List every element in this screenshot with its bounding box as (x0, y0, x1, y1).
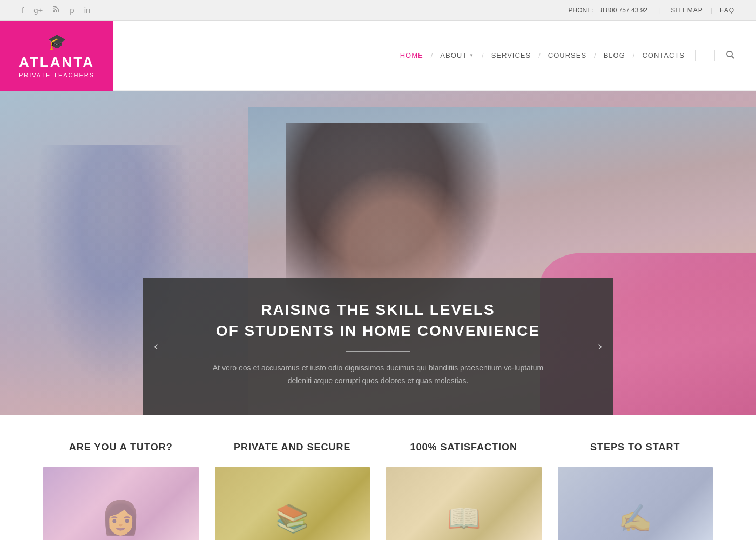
hero-overlay: ‹ RAISING THE SKILL LEVELS OF STUDENTS I… (0, 278, 756, 415)
feature-private-title: PRIVATE AND SECURE (215, 442, 370, 453)
logo[interactable]: 🎓 ATLANTA PRIVATE TEACHERS (0, 21, 113, 91)
top-divider: | (658, 6, 660, 14)
feature-steps: STEPS TO START (558, 442, 713, 540)
top-right: PHONE: + 8 800 757 43 92 | SITEMAP | FAQ (569, 6, 734, 14)
header: 🎓 ATLANTA PRIVATE TEACHERS HOME / ABOUT … (0, 21, 756, 91)
hero-prev-button[interactable]: ‹ (148, 339, 164, 354)
features-grid: ARE YOU A TUTOR? PRIVATE AND SECURE 100%… (43, 442, 713, 540)
feature-tutor-image (43, 467, 199, 540)
nav-contacts[interactable]: CONTACTS (640, 51, 687, 59)
hero-description: At vero eos et accusamus et iusto odio d… (211, 362, 545, 388)
feature-satisfaction-title: 100% SATISFACTION (386, 442, 542, 453)
feature-steps-title: STEPS TO START (558, 442, 713, 453)
feature-satisfaction-image (386, 467, 542, 540)
nav-home[interactable]: HOME (398, 51, 426, 59)
googleplus-icon[interactable]: g+ (33, 5, 43, 15)
hero-card: ‹ RAISING THE SKILL LEVELS OF STUDENTS I… (143, 278, 613, 415)
search-icon[interactable] (714, 50, 734, 61)
top-links: SITEMAP | FAQ (671, 6, 734, 14)
top-divider2: | (711, 6, 712, 14)
hero-title: RAISING THE SKILL LEVELS OF STUDENTS IN … (176, 299, 580, 341)
nav-about[interactable]: ABOUT ▼ (438, 51, 476, 59)
phone-number: PHONE: + 8 800 757 43 92 (569, 6, 647, 14)
faq-link[interactable]: FAQ (720, 6, 734, 14)
hero-title-line1: RAISING THE SKILL LEVELS (176, 299, 580, 320)
feature-steps-image (558, 467, 713, 540)
about-dropdown-arrow: ▼ (469, 53, 474, 58)
linkedin-icon[interactable]: in (84, 5, 91, 15)
hero-section: ‹ RAISING THE SKILL LEVELS OF STUDENTS I… (0, 91, 756, 415)
nav-courses[interactable]: COURSES (546, 51, 589, 59)
social-icons: f g+ p in (22, 5, 90, 15)
rss-icon[interactable] (52, 5, 60, 15)
hero-divider (346, 351, 410, 352)
hero-title-line2: OF STUDENTS IN HOME CONVENIENCE (176, 320, 580, 341)
logo-title: ATLANTA (19, 54, 94, 71)
features-section: ARE YOU A TUTOR? PRIVATE AND SECURE 100%… (0, 415, 756, 540)
logo-subtitle: PRIVATE TEACHERS (19, 72, 94, 78)
top-bar: f g+ p in PHONE: + 8 800 757 43 92 | SIT… (0, 0, 756, 21)
nav-blog[interactable]: BLOG (602, 51, 627, 59)
main-nav: HOME / ABOUT ▼ / SERVICES / COURSES / BL… (398, 50, 734, 61)
svg-line-2 (732, 56, 734, 58)
facebook-icon[interactable]: f (22, 5, 24, 15)
logo-icon: 🎓 (48, 33, 66, 51)
hero-next-button[interactable]: › (592, 339, 608, 354)
feature-tutor: ARE YOU A TUTOR? (43, 442, 199, 540)
feature-satisfaction: 100% SATISFACTION (386, 442, 542, 540)
nav-services[interactable]: SERVICES (489, 51, 534, 59)
sitemap-link[interactable]: SITEMAP (671, 6, 703, 14)
svg-point-1 (727, 51, 732, 57)
pinterest-icon[interactable]: p (70, 5, 74, 15)
feature-private: PRIVATE AND SECURE (215, 442, 370, 540)
feature-tutor-title: ARE YOU A TUTOR? (43, 442, 199, 453)
feature-private-image (215, 467, 370, 540)
svg-point-0 (53, 10, 55, 12)
